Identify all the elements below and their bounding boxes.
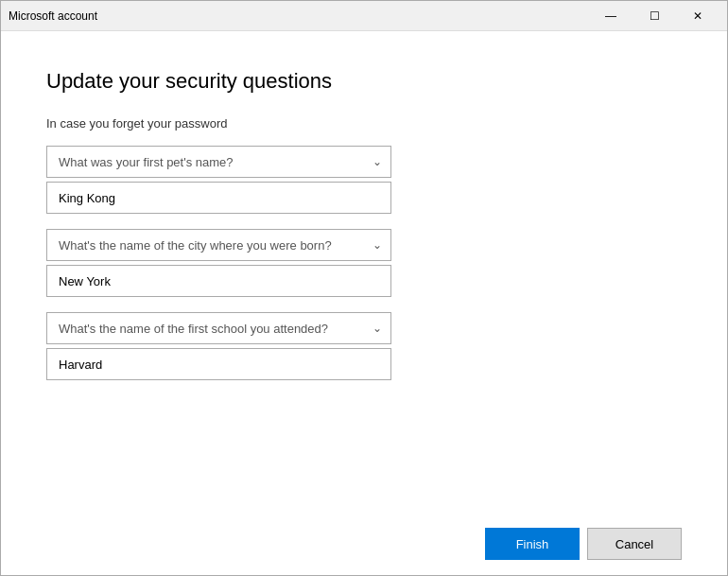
cancel-button[interactable]: Cancel [587,528,682,560]
question-select-wrapper-3: What's the name of the first school you … [46,312,391,344]
question-select-2[interactable]: What's the name of the city where you we… [46,229,391,261]
answer-input-3[interactable] [46,348,391,380]
answer-input-2[interactable] [46,265,391,297]
title-bar-text: Microsoft account [9,9,589,23]
question-select-3[interactable]: What's the name of the first school you … [46,312,391,344]
question-select-wrapper-2: What's the name of the city where you we… [46,229,391,261]
content-area: Update your security questions In case y… [1,31,727,513]
subtitle: In case you forget your password [46,116,682,131]
minimize-button[interactable]: — [589,1,633,31]
question-group-3: What's the name of the first school you … [46,312,682,388]
title-bar-controls: — ☐ ✕ [589,1,719,31]
title-bar: Microsoft account — ☐ ✕ [1,1,727,31]
maximize-button[interactable]: ☐ [633,1,676,31]
page-title: Update your security questions [46,69,682,94]
main-window: Microsoft account — ☐ ✕ Update your secu… [0,0,728,576]
finish-button[interactable]: Finish [485,528,580,560]
question-group-1: What was your first pet's name? ⌄ [46,146,682,221]
close-button[interactable]: ✕ [676,1,719,31]
question-select-1[interactable]: What was your first pet's name? [46,146,391,178]
question-group-2: What's the name of the city where you we… [46,229,682,305]
answer-input-1[interactable] [46,182,391,214]
footer: Finish Cancel [1,513,727,575]
question-select-wrapper-1: What was your first pet's name? ⌄ [46,146,391,178]
